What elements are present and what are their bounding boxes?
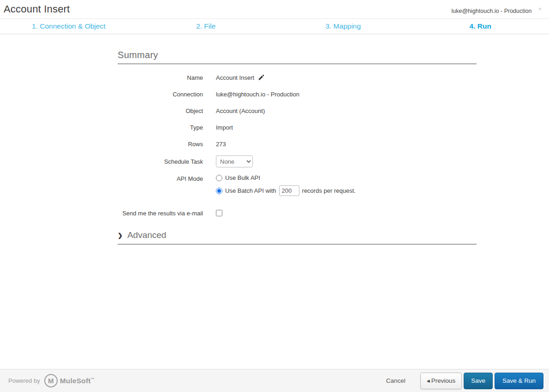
- email-label: Send me the results via e-mail: [118, 210, 203, 217]
- left-arrow-icon: ◀: [427, 379, 430, 383]
- bulk-api-radio[interactable]: [216, 175, 222, 181]
- rows-value: 273: [216, 141, 226, 148]
- tab-mapping[interactable]: 3. Mapping: [274, 19, 412, 34]
- name-label: Name: [118, 74, 203, 81]
- connection-row: Connection luke@hightouch.io - Productio…: [118, 89, 477, 99]
- connection-value: luke@hightouch.io - Production: [216, 91, 299, 98]
- object-row: Object Account (Account): [118, 106, 477, 116]
- rows-label: Rows: [118, 141, 203, 148]
- rows-row: Rows 273: [118, 139, 477, 149]
- main-content: Summary Name Account Insert Connection l…: [118, 50, 477, 244]
- schedule-select[interactable]: None: [216, 155, 253, 167]
- mulesoft-logo-icon: M: [44, 374, 58, 387]
- save-and-run-button[interactable]: Save & Run: [495, 373, 543, 389]
- object-value: Account (Account): [216, 107, 265, 114]
- connection-field-label: Connection: [118, 91, 203, 98]
- wizard-steps: 1. Connection & Object 2. File 3. Mappin…: [0, 19, 549, 34]
- api-mode-row: API Mode Use Bulk API Use Batch API with…: [118, 174, 477, 196]
- tab-run[interactable]: 4. Run: [412, 19, 549, 34]
- type-value: Import: [216, 124, 233, 131]
- powered-by-label: Powered by: [8, 377, 40, 384]
- close-icon[interactable]: ×: [538, 4, 544, 12]
- schedule-label: Schedule Task: [118, 158, 203, 165]
- batch-api-label-after: records per request.: [302, 187, 356, 194]
- bulk-api-label: Use Bulk API: [225, 174, 260, 181]
- save-button[interactable]: Save: [464, 373, 493, 389]
- batch-api-option[interactable]: Use Batch API with records per request.: [216, 185, 356, 196]
- records-per-request-input[interactable]: [279, 185, 299, 196]
- type-row: Type Import: [118, 122, 477, 132]
- api-mode-label: API Mode: [118, 174, 203, 182]
- advanced-section-toggle[interactable]: ❯ Advanced: [118, 230, 477, 244]
- chevron-right-icon: ❯: [118, 232, 123, 239]
- connection-label: luke@hightouch.io - Production: [452, 4, 532, 14]
- name-value: Account Insert: [216, 74, 254, 81]
- batch-api-label-before: Use Batch API with: [225, 187, 276, 194]
- email-results-checkbox[interactable]: [216, 210, 222, 216]
- object-label: Object: [118, 107, 203, 114]
- previous-button[interactable]: ◀ Previous: [420, 373, 462, 389]
- name-row: Name Account Insert: [118, 72, 477, 83]
- summary-form: Name Account Insert Connection luke@high…: [118, 72, 477, 218]
- footer-bar: Powered by M MuleSoft™ Cancel ◀ Previous…: [0, 369, 549, 392]
- mulesoft-brand-name: MuleSoft™: [60, 377, 95, 385]
- page-title: Account Insert: [4, 3, 70, 15]
- cancel-button[interactable]: Cancel: [386, 377, 406, 384]
- schedule-row: Schedule Task None: [118, 155, 477, 167]
- summary-heading: Summary: [118, 50, 477, 64]
- advanced-label: Advanced: [127, 230, 167, 240]
- email-row: Send me the results via e-mail: [118, 208, 477, 218]
- edit-pencil-icon[interactable]: [258, 75, 264, 81]
- bulk-api-option[interactable]: Use Bulk API: [216, 174, 356, 181]
- type-label: Type: [118, 124, 203, 131]
- mulesoft-logo: M MuleSoft™: [44, 374, 95, 387]
- tab-file[interactable]: 2. File: [137, 19, 275, 34]
- batch-api-radio[interactable]: [216, 188, 222, 194]
- tab-connection-object[interactable]: 1. Connection & Object: [0, 19, 137, 34]
- header: Account Insert luke@hightouch.io - Produ…: [0, 0, 549, 19]
